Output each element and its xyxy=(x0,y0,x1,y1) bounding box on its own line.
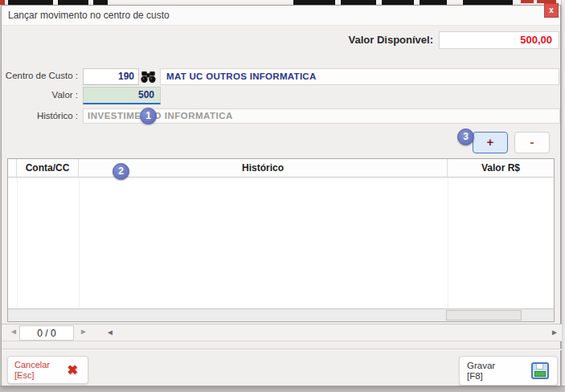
cost-center-code-input[interactable]: 190 xyxy=(83,68,139,85)
pager-prev-icon[interactable]: ◄ xyxy=(10,327,18,336)
cost-center-entry-dialog: Lançar movimento no centro de custo x Va… xyxy=(1,5,561,386)
save-button-label: Gravar [F8] xyxy=(467,361,495,382)
grid-horizontal-scrollbar[interactable] xyxy=(8,308,554,321)
cancel-button-label: Cancelar [Esc] xyxy=(14,360,50,381)
grid-header-valor[interactable]: Valor R$ xyxy=(448,159,554,177)
value-input[interactable]: 500 xyxy=(83,87,161,104)
hscroll-right-icon[interactable]: ► xyxy=(551,328,559,337)
grid-header-historico[interactable]: Histórico xyxy=(79,159,448,177)
dialog-title: Lançar movimento no centro de custo xyxy=(2,6,560,26)
step-badge-2: 2 xyxy=(113,163,129,180)
binoculars-search-icon[interactable] xyxy=(141,71,156,84)
grid-header: Conta/CC Histórico Valor R$ xyxy=(8,159,554,178)
cost-center-description-field: MAT UC OUTROS INFORMATICA xyxy=(160,68,559,85)
footer-separator xyxy=(2,349,562,350)
movements-grid: Conta/CC Histórico Valor R$ xyxy=(7,158,555,322)
cancel-x-icon: ✖ xyxy=(68,362,78,378)
available-value-row: Valor Disponível: 500,00 xyxy=(2,31,562,49)
cost-center-label: Centro de Custo : xyxy=(2,71,78,80)
history-row: Histórico : INVESTIMENTO INFORMATICA xyxy=(2,108,562,126)
save-button[interactable]: Gravar [F8] xyxy=(459,356,558,386)
cost-center-row: Centro de Custo : 190 1 MAT UC OUTROS IN… xyxy=(2,62,562,86)
pager-position: 0 / 0 xyxy=(19,325,74,341)
step-badge-1: 1 xyxy=(140,108,157,125)
save-floppy-icon xyxy=(531,362,549,379)
close-button[interactable]: x xyxy=(544,3,559,18)
pager-next-icon[interactable]: ► xyxy=(80,327,88,336)
available-value-field: 500,00 xyxy=(439,31,559,49)
available-value-label: Valor Disponível: xyxy=(349,34,433,46)
cancel-button[interactable]: Cancelar [Esc] ✖ xyxy=(7,356,88,384)
grid-header-conta[interactable]: Conta/CC xyxy=(17,159,79,177)
step-badge-3: 3 xyxy=(457,129,474,145)
remove-row-button[interactable]: - xyxy=(514,132,550,153)
grid-body[interactable] xyxy=(8,178,554,308)
background-statusbar-edge xyxy=(0,386,565,392)
hscroll-left-icon[interactable]: ◄ xyxy=(106,328,114,337)
grid-scrollbar-thumb[interactable] xyxy=(446,310,522,321)
record-navigator-bar: ◄ 0 / 0 ► ◄ ► xyxy=(2,324,562,341)
add-row-button[interactable]: + xyxy=(473,132,508,153)
grid-indicator-column xyxy=(8,159,17,177)
value-row: Valor : 500 2 xyxy=(2,85,562,106)
history-label: Histórico : xyxy=(2,111,78,120)
value-label: Valor : xyxy=(2,90,78,100)
